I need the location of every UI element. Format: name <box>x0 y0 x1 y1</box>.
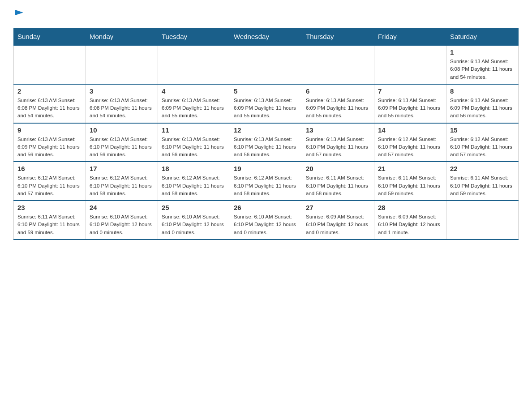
day-info: Sunrise: 6:11 AM Sunset: 6:10 PM Dayligh… <box>450 174 515 197</box>
day-of-week-header: Thursday <box>302 28 374 46</box>
day-number: 20 <box>306 165 370 172</box>
day-number: 6 <box>306 87 370 95</box>
calendar-cell <box>302 45 374 84</box>
day-number: 17 <box>90 165 154 172</box>
day-info: Sunrise: 6:09 AM Sunset: 6:10 PM Dayligh… <box>306 213 370 236</box>
calendar-cell: 7Sunrise: 6:13 AM Sunset: 6:09 PM Daylig… <box>374 84 446 123</box>
day-info: Sunrise: 6:13 AM Sunset: 6:09 PM Dayligh… <box>450 97 515 120</box>
day-number: 26 <box>234 204 298 211</box>
day-number: 28 <box>378 204 442 211</box>
day-info: Sunrise: 6:13 AM Sunset: 6:08 PM Dayligh… <box>450 58 515 81</box>
day-info: Sunrise: 6:13 AM Sunset: 6:09 PM Dayligh… <box>306 97 370 120</box>
day-number: 12 <box>234 126 298 134</box>
calendar-cell: 14Sunrise: 6:12 AM Sunset: 6:10 PM Dayli… <box>374 123 446 162</box>
logo-flag-icon <box>14 9 24 19</box>
day-info: Sunrise: 6:10 AM Sunset: 6:10 PM Dayligh… <box>234 213 298 236</box>
calendar-cell: 27Sunrise: 6:09 AM Sunset: 6:10 PM Dayli… <box>302 201 374 240</box>
calendar-cell: 4Sunrise: 6:13 AM Sunset: 6:09 PM Daylig… <box>158 84 230 123</box>
day-info: Sunrise: 6:13 AM Sunset: 6:09 PM Dayligh… <box>162 97 226 120</box>
day-number: 3 <box>90 87 154 95</box>
day-info: Sunrise: 6:12 AM Sunset: 6:10 PM Dayligh… <box>378 136 442 159</box>
day-number: 25 <box>162 204 226 211</box>
calendar-cell: 15Sunrise: 6:12 AM Sunset: 6:10 PM Dayli… <box>446 123 519 162</box>
day-number: 8 <box>450 87 515 95</box>
day-of-week-header: Wednesday <box>230 28 302 46</box>
calendar-cell: 8Sunrise: 6:13 AM Sunset: 6:09 PM Daylig… <box>446 84 519 123</box>
day-of-week-header: Sunday <box>14 28 86 46</box>
day-number: 23 <box>17 204 82 211</box>
calendar-cell: 21Sunrise: 6:11 AM Sunset: 6:10 PM Dayli… <box>374 162 446 201</box>
calendar-week-row: 16Sunrise: 6:12 AM Sunset: 6:10 PM Dayli… <box>14 162 519 201</box>
calendar-cell: 16Sunrise: 6:12 AM Sunset: 6:10 PM Dayli… <box>14 162 86 201</box>
calendar-cell <box>86 45 158 84</box>
day-number: 10 <box>90 126 154 134</box>
calendar-cell: 12Sunrise: 6:13 AM Sunset: 6:10 PM Dayli… <box>230 123 302 162</box>
logo <box>13 9 25 19</box>
calendar-cell <box>14 45 86 84</box>
calendar-cell: 19Sunrise: 6:12 AM Sunset: 6:10 PM Dayli… <box>230 162 302 201</box>
day-info: Sunrise: 6:13 AM Sunset: 6:09 PM Dayligh… <box>378 97 442 120</box>
day-number: 27 <box>306 204 370 211</box>
calendar-cell: 24Sunrise: 6:10 AM Sunset: 6:10 PM Dayli… <box>86 201 158 240</box>
calendar-cell: 1Sunrise: 6:13 AM Sunset: 6:08 PM Daylig… <box>446 45 519 84</box>
day-info: Sunrise: 6:13 AM Sunset: 6:09 PM Dayligh… <box>17 136 82 159</box>
calendar-cell <box>158 45 230 84</box>
day-of-week-header: Friday <box>374 28 446 46</box>
calendar-cell: 26Sunrise: 6:10 AM Sunset: 6:10 PM Dayli… <box>230 201 302 240</box>
day-number: 15 <box>450 126 515 134</box>
day-info: Sunrise: 6:13 AM Sunset: 6:10 PM Dayligh… <box>90 136 154 159</box>
day-info: Sunrise: 6:09 AM Sunset: 6:10 PM Dayligh… <box>378 213 442 236</box>
calendar-week-row: 1Sunrise: 6:13 AM Sunset: 6:08 PM Daylig… <box>14 45 519 84</box>
day-info: Sunrise: 6:13 AM Sunset: 6:10 PM Dayligh… <box>162 136 226 159</box>
calendar-cell: 9Sunrise: 6:13 AM Sunset: 6:09 PM Daylig… <box>14 123 86 162</box>
day-number: 18 <box>162 165 226 172</box>
calendar-week-row: 9Sunrise: 6:13 AM Sunset: 6:09 PM Daylig… <box>14 123 519 162</box>
calendar-cell <box>446 201 519 240</box>
day-info: Sunrise: 6:12 AM Sunset: 6:10 PM Dayligh… <box>17 174 82 197</box>
day-info: Sunrise: 6:13 AM Sunset: 6:08 PM Dayligh… <box>90 97 154 120</box>
day-number: 21 <box>378 165 442 172</box>
day-info: Sunrise: 6:12 AM Sunset: 6:10 PM Dayligh… <box>234 174 298 197</box>
calendar-cell: 6Sunrise: 6:13 AM Sunset: 6:09 PM Daylig… <box>302 84 374 123</box>
calendar-cell: 5Sunrise: 6:13 AM Sunset: 6:09 PM Daylig… <box>230 84 302 123</box>
day-info: Sunrise: 6:11 AM Sunset: 6:10 PM Dayligh… <box>306 174 370 197</box>
day-number: 19 <box>234 165 298 172</box>
day-info: Sunrise: 6:13 AM Sunset: 6:10 PM Dayligh… <box>306 136 370 159</box>
day-info: Sunrise: 6:12 AM Sunset: 6:10 PM Dayligh… <box>90 174 154 197</box>
calendar-week-row: 23Sunrise: 6:11 AM Sunset: 6:10 PM Dayli… <box>14 201 519 240</box>
day-number: 7 <box>378 87 442 95</box>
day-number: 13 <box>306 126 370 134</box>
calendar-cell: 13Sunrise: 6:13 AM Sunset: 6:10 PM Dayli… <box>302 123 374 162</box>
day-info: Sunrise: 6:10 AM Sunset: 6:10 PM Dayligh… <box>90 213 154 236</box>
day-number: 14 <box>378 126 442 134</box>
day-info: Sunrise: 6:10 AM Sunset: 6:10 PM Dayligh… <box>162 213 226 236</box>
day-info: Sunrise: 6:13 AM Sunset: 6:10 PM Dayligh… <box>234 136 298 159</box>
calendar-cell: 17Sunrise: 6:12 AM Sunset: 6:10 PM Dayli… <box>86 162 158 201</box>
calendar-table: SundayMondayTuesdayWednesdayThursdayFrid… <box>13 28 519 240</box>
day-info: Sunrise: 6:13 AM Sunset: 6:09 PM Dayligh… <box>234 97 298 120</box>
day-of-week-header: Tuesday <box>158 28 230 46</box>
day-info: Sunrise: 6:11 AM Sunset: 6:10 PM Dayligh… <box>378 174 442 197</box>
svg-marker-0 <box>15 10 23 15</box>
day-of-week-header: Saturday <box>446 28 519 46</box>
calendar-cell: 3Sunrise: 6:13 AM Sunset: 6:08 PM Daylig… <box>86 84 158 123</box>
calendar-week-row: 2Sunrise: 6:13 AM Sunset: 6:08 PM Daylig… <box>14 84 519 123</box>
calendar-cell: 25Sunrise: 6:10 AM Sunset: 6:10 PM Dayli… <box>158 201 230 240</box>
calendar-cell: 10Sunrise: 6:13 AM Sunset: 6:10 PM Dayli… <box>86 123 158 162</box>
calendar-cell: 22Sunrise: 6:11 AM Sunset: 6:10 PM Dayli… <box>446 162 519 201</box>
calendar-cell <box>230 45 302 84</box>
day-info: Sunrise: 6:13 AM Sunset: 6:08 PM Dayligh… <box>17 97 82 120</box>
day-number: 24 <box>90 204 154 211</box>
day-info: Sunrise: 6:12 AM Sunset: 6:10 PM Dayligh… <box>450 136 515 159</box>
calendar-cell: 28Sunrise: 6:09 AM Sunset: 6:10 PM Dayli… <box>374 201 446 240</box>
day-number: 11 <box>162 126 226 134</box>
calendar-cell: 23Sunrise: 6:11 AM Sunset: 6:10 PM Dayli… <box>14 201 86 240</box>
calendar-cell: 11Sunrise: 6:13 AM Sunset: 6:10 PM Dayli… <box>158 123 230 162</box>
day-number: 1 <box>450 48 515 56</box>
calendar-cell: 18Sunrise: 6:12 AM Sunset: 6:10 PM Dayli… <box>158 162 230 201</box>
day-number: 9 <box>17 126 82 134</box>
day-info: Sunrise: 6:11 AM Sunset: 6:10 PM Dayligh… <box>17 213 82 236</box>
day-number: 4 <box>162 87 226 95</box>
day-of-week-header: Monday <box>86 28 158 46</box>
day-number: 22 <box>450 165 515 172</box>
